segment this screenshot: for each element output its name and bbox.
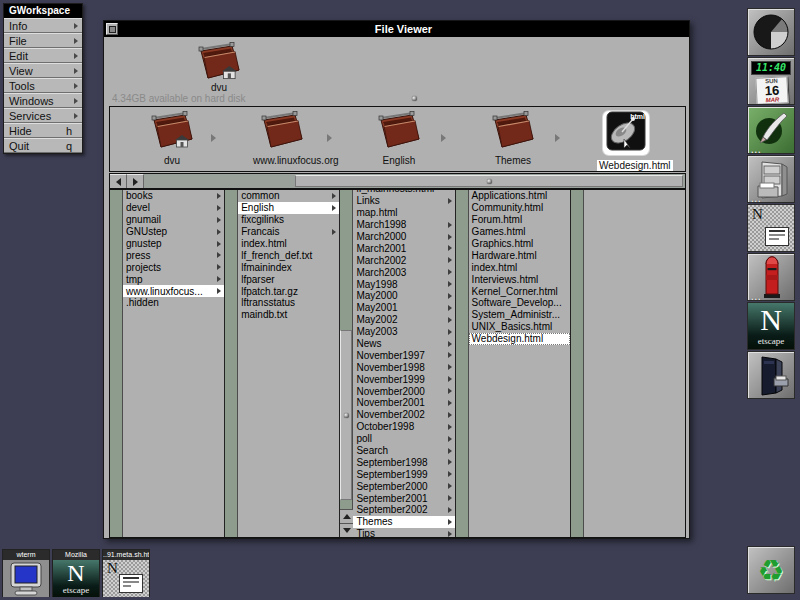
browser-item[interactable]: lfpatch.tar.gz: [238, 285, 339, 297]
browser-item[interactable]: Links: [353, 195, 454, 207]
root-folder-icon[interactable]: dvu: [196, 41, 242, 93]
shelf-resize-handle[interactable]: [412, 96, 417, 101]
browser-item[interactable]: English: [238, 202, 339, 214]
column-5-scrollbar[interactable]: [571, 190, 584, 537]
browser-item[interactable]: March2003: [353, 266, 454, 278]
dock-tile-recycler[interactable]: ♻: [747, 546, 795, 594]
browser-item[interactable]: poll: [353, 433, 454, 445]
browser-item[interactable]: GNUstep: [123, 226, 224, 238]
browser-item[interactable]: press: [123, 249, 224, 261]
dock-tile-gworkspace[interactable]: [747, 351, 795, 399]
browser-item[interactable]: Francais: [238, 226, 339, 238]
dock-tile-paint[interactable]: ...: [747, 106, 795, 154]
browser-item[interactable]: May2003: [353, 326, 454, 338]
browser-item[interactable]: maindb.txt: [238, 309, 339, 321]
scroll-up-button[interactable]: [340, 509, 353, 523]
browser-item[interactable]: Webdesign.html: [469, 333, 570, 345]
browser-item[interactable]: May2002: [353, 314, 454, 326]
browser-item[interactable]: News: [353, 338, 454, 350]
browser-item[interactable]: October1998: [353, 421, 454, 433]
window-titlebar[interactable]: File Viewer: [104, 21, 689, 37]
column-2-scrollbar[interactable]: [225, 190, 238, 537]
browser-item[interactable]: common: [238, 190, 339, 202]
browser-item[interactable]: devel: [123, 202, 224, 214]
scroll-right-button[interactable]: [127, 174, 144, 188]
browser-item[interactable]: gnustep: [123, 238, 224, 250]
miniwindow-wterm[interactable]: wterm: [2, 549, 50, 597]
shelf-item-linuxfocus[interactable]: www.linuxfocus.org: [253, 109, 311, 166]
browser-item[interactable]: Graphics.html: [469, 238, 570, 250]
browser-item[interactable]: Hardware.html: [469, 249, 570, 261]
browser-item[interactable]: books: [123, 190, 224, 202]
browser-item[interactable]: Forum.html: [469, 214, 570, 226]
browser-item[interactable]: November2002: [353, 409, 454, 421]
browser-item[interactable]: Tips: [353, 528, 454, 537]
browser-item[interactable]: index.html: [238, 238, 339, 250]
browser-item[interactable]: September2001: [353, 492, 454, 504]
column-4-scrollbar[interactable]: [456, 190, 469, 537]
browser-item[interactable]: map.html: [353, 207, 454, 219]
browser-item[interactable]: Interviews.html: [469, 273, 570, 285]
miniaturize-button[interactable]: [106, 23, 118, 35]
browser-item[interactable]: Search: [353, 445, 454, 457]
dock-tile-netscape[interactable]: N etscape: [747, 302, 795, 350]
browser-item[interactable]: September1999: [353, 468, 454, 480]
shelf-item-webdesign[interactable]: html Webdesign.html: [597, 109, 655, 173]
browser-item[interactable]: lfmainindex: [238, 261, 339, 273]
browser-item[interactable]: System_Administr...: [469, 309, 570, 321]
browser-item[interactable]: projects: [123, 261, 224, 273]
scrollbar-knob[interactable]: [295, 175, 683, 187]
shelf-item-english[interactable]: English: [370, 109, 428, 166]
menu-item[interactable]: Info: [4, 18, 82, 33]
browser-item[interactable]: November2001: [353, 397, 454, 409]
dock-tile-clock[interactable]: 11:40 SUN 16 MAR: [747, 57, 795, 105]
browser-item[interactable]: Games.html: [469, 226, 570, 238]
browser-item[interactable]: www.linuxfocus...: [123, 285, 224, 297]
browser-item[interactable]: fixcgilinks: [238, 214, 339, 226]
browser-item[interactable]: Community.html: [469, 202, 570, 214]
miniwindow-mozilla[interactable]: Mozilla N etscape: [52, 549, 100, 597]
browser-item[interactable]: March2000: [353, 231, 454, 243]
browser-item[interactable]: May2000: [353, 290, 454, 302]
menu-item[interactable]: Edit: [4, 48, 82, 63]
menu-item[interactable]: Tools: [4, 78, 82, 93]
browser-item[interactable]: March2002: [353, 254, 454, 266]
column-1-scrollbar[interactable]: [110, 190, 123, 537]
browser-item[interactable]: Applications.html: [469, 190, 570, 202]
dock-tile-gnustep[interactable]: [747, 8, 795, 56]
browser-item[interactable]: Kernel_Corner.html: [469, 285, 570, 297]
browser-item[interactable]: November1998: [353, 361, 454, 373]
dock-tile-cabinet[interactable]: ...: [747, 155, 795, 203]
browser-item[interactable]: March2001: [353, 242, 454, 254]
browser-item[interactable]: November1997: [353, 349, 454, 361]
scrollbar-knob[interactable]: [340, 330, 352, 500]
browser-item[interactable]: tmp: [123, 273, 224, 285]
browser-item[interactable]: November1999: [353, 373, 454, 385]
browser-item[interactable]: .hidden: [123, 297, 224, 309]
browser-item[interactable]: lf_french_def.txt: [238, 249, 339, 261]
browser-item[interactable]: November2000: [353, 385, 454, 397]
shelf-item-themes[interactable]: Themes: [484, 109, 542, 166]
dock-tile-netscape-mini[interactable]: N: [747, 204, 795, 252]
browser-item[interactable]: May2001: [353, 302, 454, 314]
menu-item[interactable]: Services: [4, 108, 82, 123]
browser-item[interactable]: Software_Develop...: [469, 297, 570, 309]
browser-item[interactable]: March1998: [353, 219, 454, 231]
browser-item[interactable]: September1998: [353, 456, 454, 468]
browser-item[interactable]: index.html: [469, 261, 570, 273]
scroll-down-button[interactable]: [340, 523, 353, 537]
menu-item[interactable]: Quit q: [4, 138, 82, 153]
browser-item[interactable]: UNIX_Basics.html: [469, 321, 570, 333]
menu-item[interactable]: Hide h: [4, 123, 82, 138]
browser-item[interactable]: Themes: [353, 516, 454, 528]
miniwindow-meta-sh-html[interactable]: ..91.meta.sh.html N: [102, 549, 150, 597]
browser-item[interactable]: lftransstatus: [238, 297, 339, 309]
shelf-scrollbar[interactable]: [109, 173, 686, 189]
browser-item[interactable]: gnumail: [123, 214, 224, 226]
browser-item[interactable]: September2000: [353, 480, 454, 492]
browser-item[interactable]: May1998: [353, 278, 454, 290]
browser-item[interactable]: lfparser: [238, 273, 339, 285]
shelf-item-dvu[interactable]: dvu: [143, 109, 201, 166]
scroll-left-button[interactable]: [110, 174, 127, 188]
app-menu-title[interactable]: GWorkspace: [4, 4, 82, 18]
